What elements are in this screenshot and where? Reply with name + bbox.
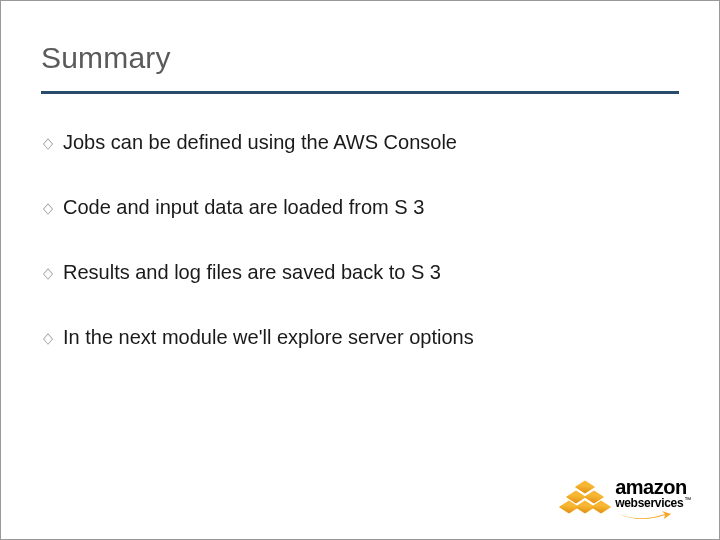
logo-sub-text: webservices xyxy=(615,497,683,509)
diamond-icon: ◇ xyxy=(43,330,53,345)
bullet-text: Results and log files are saved back to … xyxy=(63,260,441,285)
aws-logo: amazon webservices ™ xyxy=(565,477,691,519)
swoosh-icon xyxy=(615,511,673,519)
trademark-icon: ™ xyxy=(684,496,691,503)
aws-cubes-icon xyxy=(565,481,607,515)
bullet-text: Code and input data are loaded from S 3 xyxy=(63,195,424,220)
bullet-item: ◇ Results and log files are saved back t… xyxy=(43,260,679,285)
diamond-icon: ◇ xyxy=(43,135,53,150)
bullet-list: ◇ Jobs can be defined using the AWS Cons… xyxy=(41,130,679,350)
slide: Summary ◇ Jobs can be defined using the … xyxy=(0,0,720,540)
diamond-icon: ◇ xyxy=(43,265,53,280)
slide-title: Summary xyxy=(41,41,679,94)
logo-brand: amazon xyxy=(615,477,691,497)
bullet-item: ◇ Jobs can be defined using the AWS Cons… xyxy=(43,130,679,155)
bullet-item: ◇ Code and input data are loaded from S … xyxy=(43,195,679,220)
bullet-text: Jobs can be defined using the AWS Consol… xyxy=(63,130,457,155)
logo-sub: webservices ™ xyxy=(615,497,691,509)
bullet-text: In the next module we'll explore server … xyxy=(63,325,474,350)
diamond-icon: ◇ xyxy=(43,200,53,215)
aws-logo-text: amazon webservices ™ xyxy=(615,477,691,519)
bullet-item: ◇ In the next module we'll explore serve… xyxy=(43,325,679,350)
